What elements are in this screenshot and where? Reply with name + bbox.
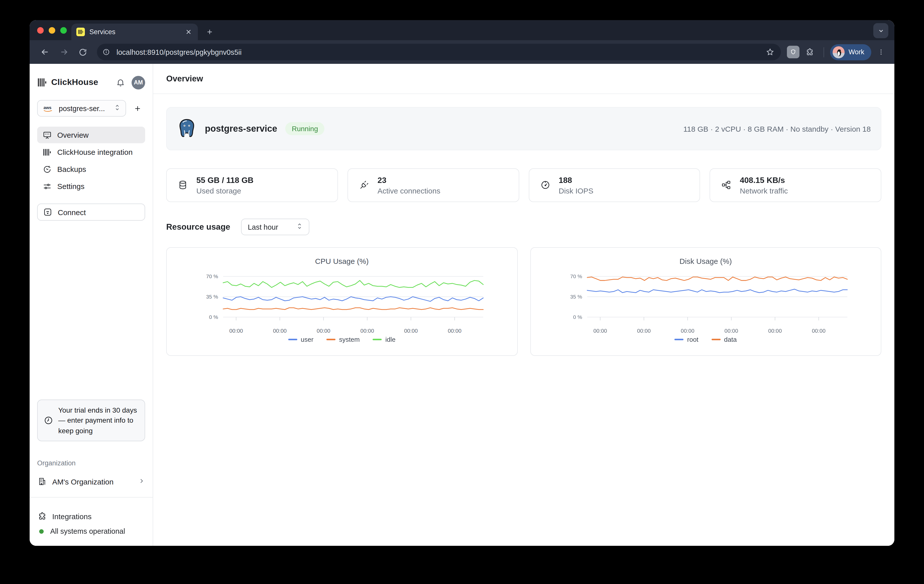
sidebar-nav: Overview ClickHouse integration Backups [37, 127, 145, 195]
tab-title: Services [89, 28, 180, 36]
select-updown-icon [114, 104, 120, 113]
legend-swatch [288, 339, 297, 340]
sidebar-item-label: Settings [57, 182, 84, 190]
forward-button[interactable] [56, 44, 72, 60]
stat-card-network-traffic: 408.15 KB/s Network traffic [710, 168, 881, 202]
page-title: Overview [166, 74, 203, 83]
extensions-puzzle-icon[interactable] [802, 45, 817, 60]
tab-search-button[interactable] [873, 23, 888, 38]
sidebar-item-backups[interactable]: Backups [37, 161, 145, 177]
browser-menu-icon[interactable] [874, 45, 887, 58]
sidebar-header: ClickHouse AM [37, 73, 145, 92]
network-icon [721, 180, 732, 190]
select-updown-icon [297, 223, 303, 231]
stat-label: Active connections [378, 186, 441, 195]
time-range-value: Last hour [248, 223, 292, 231]
svg-text:00:00: 00:00 [680, 328, 694, 334]
time-range-select[interactable]: Last hour [241, 218, 310, 235]
profile-button[interactable]: Work [830, 44, 871, 60]
service-selector[interactable]: aws postgres-ser... [37, 100, 126, 117]
reload-button[interactable] [75, 44, 91, 60]
legend-swatch [373, 339, 382, 340]
screen: Services [0, 0, 924, 584]
chart-title: Disk Usage (%) [536, 257, 876, 265]
svg-text:00:00: 00:00 [229, 328, 243, 334]
database-icon [178, 180, 188, 190]
stat-value: 55 GB / 118 GB [196, 175, 254, 185]
organization-row[interactable]: AM's Organization [37, 474, 145, 489]
connect-radio-icon [43, 207, 52, 217]
svg-text:00:00: 00:00 [768, 328, 781, 334]
stat-card-used-storage: 55 GB / 118 GB Used storage [166, 168, 338, 202]
sidebar-divider [30, 497, 153, 498]
sidebar-item-overview[interactable]: Overview [37, 127, 145, 143]
stat-value: 408.15 KB/s [740, 175, 788, 185]
history-clock-icon [42, 164, 52, 174]
service-summary-card: postgres-service Running 118 GB · 2 vCPU… [166, 107, 881, 150]
legend-item-root: root [675, 336, 698, 343]
svg-text:00:00: 00:00 [637, 328, 650, 334]
brand-title: ClickHouse [51, 78, 109, 88]
user-avatar[interactable]: AM [132, 76, 145, 89]
connect-label: Connect [58, 208, 86, 217]
clickhouse-favicon [76, 28, 85, 36]
resource-usage-heading: Resource usage [166, 222, 230, 232]
trial-notice-text: Your trial ends in 30 days — enter payme… [58, 405, 139, 436]
legend-label: root [687, 336, 698, 343]
service-meta: 118 GB · 2 vCPU · 8 GB RAM · No standby … [683, 124, 871, 133]
shield-extension-icon[interactable] [787, 46, 799, 58]
main-content: postgres-service Running 118 GB · 2 vCPU… [153, 94, 894, 369]
legend-label: idle [385, 336, 396, 343]
toolbar-separator [823, 47, 824, 57]
service-name: postgres-service [205, 123, 277, 134]
svg-text:70 %: 70 % [570, 273, 582, 279]
browser-window: Services [30, 20, 894, 546]
sidebar: ClickHouse AM aws postgres-ser... [30, 64, 153, 546]
organization-name: AM's Organization [52, 477, 132, 486]
stat-label: Network traffic [740, 186, 788, 195]
svg-text:0 %: 0 % [209, 314, 218, 320]
stat-value: 188 [559, 175, 593, 185]
stat-value: 23 [378, 175, 441, 185]
legend-item-user: user [288, 336, 314, 343]
app-area: ClickHouse AM aws postgres-ser... [30, 64, 894, 546]
zoom-window-button[interactable] [60, 27, 67, 33]
status-badge: Running [285, 122, 324, 135]
main-header: Overview [153, 64, 894, 94]
minimize-window-button[interactable] [49, 27, 55, 33]
profile-label: Work [848, 48, 864, 56]
connect-button[interactable]: Connect [37, 203, 145, 221]
gauge-icon [540, 180, 551, 190]
chart-legend: user system idle [172, 336, 512, 343]
puzzle-icon [37, 511, 47, 521]
close-window-button[interactable] [37, 27, 44, 33]
tab-close-icon[interactable] [184, 28, 193, 36]
trial-clock-icon [44, 416, 53, 425]
sidebar-item-clickhouse-integration[interactable]: ClickHouse integration [37, 144, 145, 160]
svg-text:70 %: 70 % [206, 273, 218, 279]
legend-item-data: data [711, 336, 737, 343]
aws-logo: aws [43, 104, 55, 112]
cpu-usage-plot: 70 %35 %0 %00:0000:0000:0000:0000:0000:0… [172, 268, 512, 335]
site-info-icon[interactable] [100, 46, 112, 58]
window-controls [37, 20, 67, 40]
sidebar-item-settings[interactable]: Settings [37, 178, 145, 195]
chart-legend: root data [536, 336, 876, 343]
stat-label: Used storage [196, 186, 254, 195]
disk-usage-chart-card: Disk Usage (%) 70 %35 %0 %00:0000:0000:0… [530, 247, 881, 356]
sliders-icon [42, 182, 52, 191]
add-service-button[interactable] [130, 101, 145, 116]
plug-icon [359, 180, 370, 190]
integrations-row[interactable]: Integrations [37, 509, 145, 524]
system-status-row[interactable]: All systems operational [37, 524, 145, 539]
new-tab-button[interactable] [202, 24, 217, 39]
back-button[interactable] [37, 44, 53, 60]
url-bar[interactable]: localhost:8910/postgres/pgkybgnv0s5ii [97, 44, 780, 60]
bookmark-star-icon[interactable] [764, 45, 777, 58]
overview-monitor-icon [42, 130, 52, 140]
stat-card-disk-iops: 188 Disk IOPS [528, 168, 700, 202]
sidebar-item-label: Overview [57, 131, 89, 139]
notifications-bell-icon[interactable] [114, 76, 127, 89]
svg-text:00:00: 00:00 [724, 328, 738, 334]
browser-tab[interactable]: Services [71, 24, 198, 40]
